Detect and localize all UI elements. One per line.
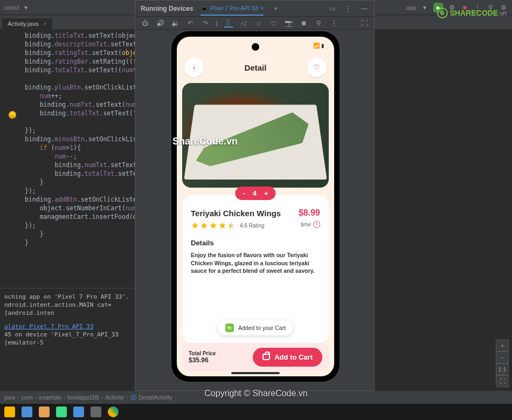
- rating-stars: ★ ★ ★ ★ ★ 4.6 Rating: [191, 220, 265, 231]
- rd-header: Running Devices 📱 Pixel 7 Pro API 33 × +…: [135, 1, 374, 17]
- editor-tab[interactable]: Activity.java ×: [2, 18, 52, 29]
- status-icons: 📶 ▮: [313, 43, 324, 49]
- rd-title: Running Devices: [141, 5, 193, 12]
- console-line: ndroid.intent.action.MAIN cat=[android.i…: [4, 301, 130, 317]
- emulator: 📶 ▮ ‹ Detail ♡ - 4 + Teriyaki Chicken Wi…: [171, 31, 340, 382]
- zoom-controls: + − 1:1 ⛶: [496, 340, 509, 387]
- back-button[interactable]: ‹: [184, 58, 204, 77]
- star-icon: ★: [200, 220, 208, 231]
- phone-screen[interactable]: 📶 ▮ ‹ Detail ♡ - 4 + Teriyaki Chicken Wi…: [177, 37, 334, 376]
- add-device-icon[interactable]: +: [271, 4, 280, 13]
- bulb-icon[interactable]: 💡: [9, 111, 16, 119]
- more-icon[interactable]: ⋮: [344, 4, 352, 13]
- console-link[interactable]: ulator Pixel 7 Pro API 33: [4, 322, 130, 331]
- editor-gutter: 💡: [0, 29, 25, 288]
- window-icon[interactable]: ▭: [328, 4, 336, 13]
- camera-notch: [252, 43, 259, 51]
- page-title: Detail: [245, 63, 267, 72]
- nav-handle[interactable]: [231, 372, 280, 374]
- breadcrumb-item[interactable]: Activity: [105, 394, 124, 401]
- toast-message: 🛍 Added to your Cart: [218, 320, 293, 335]
- add-to-cart-button[interactable]: Add to Cart: [253, 348, 322, 367]
- description-text: Enjoy the fusion of flavors with our Ter…: [191, 251, 320, 275]
- watermark-logo: ♻ SHARECODE.vn: [437, 8, 507, 18]
- location-icon[interactable]: ⚲: [315, 19, 323, 27]
- os-taskbar: [0, 404, 512, 420]
- toast-text: Added to your Cart: [238, 325, 286, 331]
- editor-tab-label: Activity.java: [8, 20, 38, 27]
- breadcrumb-item[interactable]: DetailActivity: [139, 394, 172, 401]
- layout-icon[interactable]: ▯: [224, 19, 233, 27]
- favorite-button[interactable]: ♡: [307, 58, 327, 77]
- minimize-icon[interactable]: —: [360, 4, 369, 13]
- console-line: nching app on 'Pixel 7 Pro API 33'.: [4, 293, 130, 301]
- home-icon[interactable]: ○: [254, 19, 263, 27]
- zoom-out-button[interactable]: −: [496, 352, 509, 363]
- bottom-bar: Total Price $35.96 Add to Cart: [182, 343, 329, 371]
- star-half-icon: ★: [227, 220, 236, 231]
- watermark-copyright: Copyright © ShareCode.vn: [204, 389, 307, 398]
- zoom-in-button[interactable]: +: [496, 340, 509, 352]
- taskbar-app-icon[interactable]: [39, 407, 50, 417]
- cart-icon: 🛍: [225, 323, 234, 332]
- control-label: ontrol: [4, 4, 19, 11]
- rd-device-tab[interactable]: 📱 Pixel 7 Pro API 33 ×: [200, 4, 264, 16]
- food-image: [182, 83, 329, 188]
- time-label: time: [301, 221, 320, 228]
- taskbar-app-icon[interactable]: [91, 407, 101, 417]
- breadcrumb-item[interactable]: java: [4, 394, 15, 401]
- overview-icon[interactable]: □: [269, 19, 278, 27]
- back-icon[interactable]: ◁: [239, 19, 248, 27]
- taskbar-chrome-icon[interactable]: [108, 407, 119, 417]
- quantity-value: 4: [253, 189, 257, 197]
- app-header: ‹ Detail ♡: [177, 54, 334, 81]
- food-price: $8.99: [299, 208, 320, 218]
- rotate-right-icon[interactable]: ↷: [201, 19, 210, 27]
- record-icon[interactable]: ⏺: [300, 19, 308, 27]
- chevron-down-icon[interactable]: ▾: [420, 3, 429, 12]
- clock-icon: [313, 221, 320, 228]
- taskbar-app-icon[interactable]: [73, 407, 84, 417]
- taskbar-app-icon[interactable]: [56, 407, 67, 417]
- star-icon: ★: [209, 220, 217, 231]
- total-price: Total Price $35.96: [189, 350, 216, 364]
- volume-up-icon[interactable]: 🔊: [156, 19, 164, 27]
- breadcrumb-item[interactable]: foodapp105: [68, 394, 99, 401]
- bag-icon: [262, 354, 270, 360]
- quantity-stepper: - 4 +: [235, 187, 275, 200]
- zoom-full-button[interactable]: ⛶: [496, 375, 509, 387]
- breadcrumb-item[interactable]: example: [39, 394, 61, 401]
- zoom-fit-button[interactable]: 1:1: [496, 363, 509, 375]
- close-icon[interactable]: ×: [43, 20, 46, 27]
- screenshot-icon[interactable]: 📷: [285, 19, 293, 27]
- star-icon: ★: [191, 220, 199, 231]
- rotate-left-icon[interactable]: ↶: [186, 19, 195, 27]
- breadcrumb-item[interactable]: com: [22, 394, 33, 401]
- rating-text: 4.6 Rating: [240, 223, 265, 229]
- run-console[interactable]: nching app on 'Pixel 7 Pro API 33'. ndro…: [0, 288, 135, 396]
- more-icon[interactable]: ⋮: [330, 19, 338, 27]
- rd-toolbar: ⏻ 🔊 🔉 ↶ ↷ | ▯ ◁ ○ □ 📷 ⏺ ⚲ ⋮ ⛶: [135, 17, 374, 30]
- minus-button[interactable]: -: [243, 189, 245, 197]
- plus-button[interactable]: +: [264, 189, 268, 197]
- taskbar-app-icon[interactable]: [22, 407, 32, 417]
- app-config-label[interactable]: app: [406, 4, 416, 11]
- chevron-down-icon[interactable]: ▾: [22, 3, 30, 12]
- taskbar-app-icon[interactable]: [4, 407, 15, 417]
- watermark-center: ShareCode.vn: [172, 136, 238, 147]
- star-icon: ★: [218, 220, 226, 231]
- power-icon[interactable]: ⏻: [141, 19, 149, 27]
- details-heading: Details: [191, 239, 320, 247]
- console-line: 45 on device 'Pixel_7_Pro_API_33 [emulat…: [4, 331, 130, 347]
- volume-down-icon[interactable]: 🔉: [171, 19, 179, 27]
- food-name: Teriyaki Chicken Wings: [191, 209, 281, 218]
- expand-icon[interactable]: ⛶: [360, 19, 369, 27]
- phone-frame: 📶 ▮ ‹ Detail ♡ - 4 + Teriyaki Chicken Wi…: [171, 31, 340, 382]
